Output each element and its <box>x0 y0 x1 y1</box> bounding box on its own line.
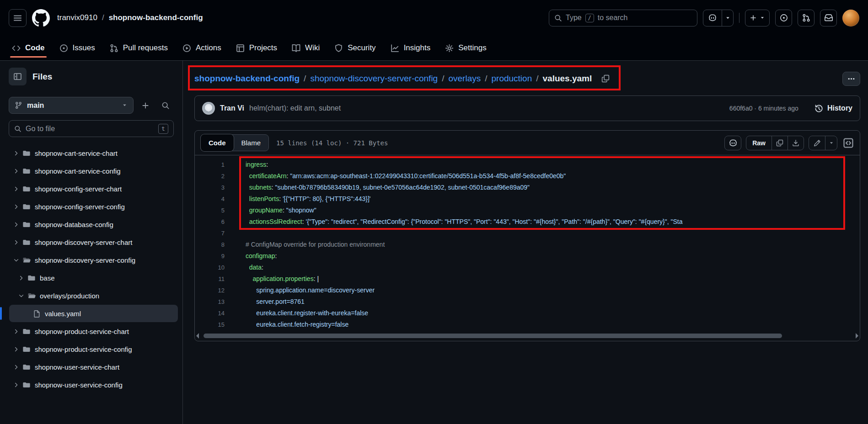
tree-folder-shopnow-product-service-config[interactable]: shopnow-product-service-config <box>9 340 178 358</box>
repo-tab-settings[interactable]: Settings <box>439 36 493 60</box>
breadcrumb-link-shopnow-discovery-server-config[interactable]: shopnow-discovery-server-config <box>310 74 438 84</box>
repo-link[interactable]: shopnow-backend-config <box>109 13 203 22</box>
raw-button[interactable]: Raw <box>746 136 772 150</box>
tree-folder-shopnow-product-service-chart[interactable]: shopnow-product-service-chart <box>9 323 178 340</box>
tree-file-values-yaml[interactable]: values.yaml <box>9 305 178 322</box>
download-raw-file-button[interactable] <box>788 136 804 150</box>
inbox-button[interactable] <box>820 10 837 26</box>
breadcrumb-link-production[interactable]: production <box>491 74 532 84</box>
repo-tab-code[interactable]: Code <box>5 36 51 60</box>
copilot-button[interactable] <box>703 10 722 26</box>
chevron-right-icon[interactable] <box>13 239 20 246</box>
line-number[interactable]: 9 <box>195 250 225 262</box>
chevron-right-icon[interactable] <box>13 150 20 157</box>
branch-selector[interactable]: main <box>9 97 134 114</box>
line-number[interactable]: 2 <box>195 170 225 182</box>
line-number[interactable]: 4 <box>195 193 225 205</box>
add-file-button[interactable] <box>137 97 154 114</box>
tree-folder-shopnow-database-config[interactable]: shopnow-database-config <box>9 216 178 233</box>
tree-folder-shopnow-config-server-chart[interactable]: shopnow-config-server-chart <box>9 180 178 197</box>
your-issues-button[interactable] <box>775 10 792 26</box>
create-new-button[interactable] <box>745 10 770 26</box>
code-line: 8# ConfigMap override for production env… <box>195 239 860 250</box>
chevron-right-icon[interactable] <box>13 346 20 353</box>
go-to-file-input[interactable]: Go to file t <box>9 120 174 137</box>
tree-item-label: shopnow-discovery-server-chart <box>35 238 132 246</box>
commit-sha-time[interactable]: 660f6a0 · 6 minutes ago <box>729 105 798 112</box>
tree-folder-shopnow-user-service-config[interactable]: shopnow-user-service-config <box>9 376 178 393</box>
hamburger-menu-button[interactable] <box>9 9 27 27</box>
line-number[interactable]: 11 <box>195 273 225 285</box>
line-number[interactable]: 3 <box>195 182 225 193</box>
line-number[interactable]: 15 <box>195 319 225 330</box>
chevron-right-icon[interactable] <box>18 275 25 281</box>
breadcrumb-link-shopnow-backend-config[interactable]: shopnow-backend-config <box>194 74 300 84</box>
line-number[interactable]: 10 <box>195 262 225 273</box>
tree-folder-shopnow-discovery-server-chart[interactable]: shopnow-discovery-server-chart <box>9 233 178 251</box>
commit-sha[interactable]: 660f6a0 <box>729 105 753 112</box>
tab-code-view[interactable]: Code <box>201 134 234 151</box>
chevron-right-icon[interactable] <box>13 186 20 192</box>
collapse-file-tree-button[interactable] <box>9 68 27 85</box>
edit-file-button[interactable] <box>809 136 825 150</box>
commit-message[interactable]: helm(chart): edit arn, subnet <box>249 104 341 112</box>
tree-folder-shopnow-discovery-server-config[interactable]: shopnow-discovery-server-config <box>9 251 178 269</box>
tree-folder-overlays-production[interactable]: overlays/production <box>9 287 178 304</box>
repo-tab-insights[interactable]: Insights <box>384 36 437 60</box>
history-button[interactable]: History <box>814 104 852 113</box>
chevron-down-icon[interactable] <box>18 292 25 299</box>
your-pull-requests-button[interactable] <box>798 10 814 26</box>
global-search-input[interactable]: Type / to search <box>549 10 697 26</box>
file-more-options-button[interactable] <box>842 72 860 86</box>
tab-blame-view[interactable]: Blame <box>234 134 269 151</box>
edit-dropdown-button[interactable] <box>825 136 837 150</box>
repo-tab-wiki[interactable]: Wiki <box>285 36 326 60</box>
code-line-content: application.properties: | <box>225 273 319 285</box>
chevron-down-icon[interactable] <box>13 257 20 264</box>
commit-author[interactable]: Tran Vi <box>220 104 244 112</box>
tree-folder-shopnow-config-server-config[interactable]: shopnow-config-server-config <box>9 198 178 215</box>
copilot-dropdown-button[interactable] <box>722 10 733 26</box>
line-number[interactable]: 7 <box>195 228 225 239</box>
tree-folder-shopnow-cart-service-chart[interactable]: shopnow-cart-service-chart <box>9 144 178 162</box>
copy-raw-content-button[interactable] <box>772 136 788 150</box>
code-token: ingress <box>246 161 266 168</box>
repo-tab-security[interactable]: Security <box>328 36 382 60</box>
github-logo[interactable] <box>32 9 50 27</box>
breadcrumb-link-overlays[interactable]: overlays <box>448 74 481 84</box>
chevron-right-icon[interactable] <box>13 221 20 228</box>
chevron-down-icon <box>122 102 128 108</box>
line-number[interactable]: 12 <box>195 285 225 296</box>
scrollbar-thumb[interactable] <box>204 334 782 338</box>
commit-author-avatar[interactable] <box>202 102 215 115</box>
line-number[interactable]: 5 <box>195 205 225 216</box>
chevron-right-icon[interactable] <box>13 328 20 335</box>
file-content-panel: Code Blame 15 lines (14 loc) · 721 Bytes… <box>194 130 860 341</box>
breadcrumb-separator: / <box>536 74 538 84</box>
owner-link[interactable]: tranvix0910 <box>57 13 97 22</box>
line-number[interactable]: 6 <box>195 216 225 228</box>
scroll-left-arrow[interactable] <box>196 333 199 339</box>
chevron-right-icon[interactable] <box>13 203 20 210</box>
repo-tab-pull-requests[interactable]: Pull requests <box>103 36 174 60</box>
line-number[interactable]: 1 <box>195 159 225 170</box>
copilot-code-button[interactable] <box>724 136 741 150</box>
scroll-right-arrow[interactable] <box>856 333 858 339</box>
line-number[interactable]: 8 <box>195 239 225 250</box>
line-number[interactable]: 13 <box>195 296 225 307</box>
repo-tab-actions[interactable]: Actions <box>176 36 228 60</box>
repo-tab-issues[interactable]: Issues <box>53 36 102 60</box>
search-this-repository-button[interactable] <box>157 97 174 114</box>
chevron-right-icon[interactable] <box>13 168 20 175</box>
user-avatar[interactable] <box>842 10 859 26</box>
line-number[interactable]: 14 <box>195 307 225 319</box>
horizontal-scrollbar[interactable] <box>196 332 858 339</box>
tree-folder-shopnow-cart-service-config[interactable]: shopnow-cart-service-config <box>9 162 178 180</box>
repo-tab-projects[interactable]: Projects <box>230 36 284 60</box>
chevron-right-icon[interactable] <box>13 364 20 371</box>
symbols-panel-button[interactable] <box>842 137 854 149</box>
tree-folder-base[interactable]: base <box>9 269 178 286</box>
tree-folder-shopnow-user-service-chart[interactable]: shopnow-user-service-chart <box>9 358 178 376</box>
chevron-right-icon[interactable] <box>13 382 20 388</box>
copy-path-button[interactable] <box>601 74 610 83</box>
